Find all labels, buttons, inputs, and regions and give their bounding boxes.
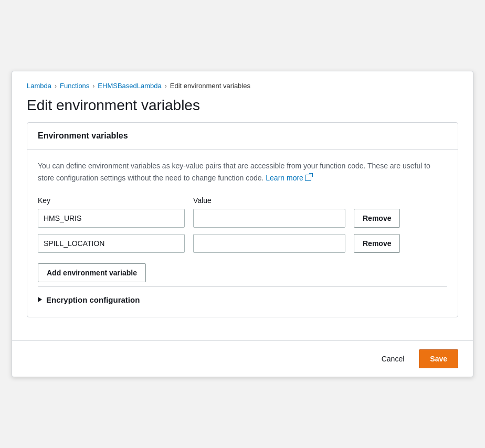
encryption-title: Encryption configuration xyxy=(46,295,140,304)
breadcrumb-functions[interactable]: Functions xyxy=(60,82,89,90)
external-link-icon xyxy=(305,175,311,181)
breadcrumb: Lambda › Functions › EHMSBasedLambda › E… xyxy=(27,82,458,90)
key-column-label: Key xyxy=(38,196,185,205)
key-input-2[interactable] xyxy=(38,234,185,253)
add-env-var-button[interactable]: Add environment variable xyxy=(38,263,146,282)
section-title: Environment variables xyxy=(38,131,447,141)
breadcrumb-lambda[interactable]: Lambda xyxy=(27,82,51,90)
env-var-row-1: Remove xyxy=(38,209,447,228)
encryption-toggle[interactable]: Encryption configuration xyxy=(38,295,447,304)
triangle-icon xyxy=(38,297,42,302)
modal-header: Lambda › Functions › EHMSBasedLambda › E… xyxy=(12,71,473,122)
page-title: Edit environment variables xyxy=(27,97,458,114)
save-button[interactable]: Save xyxy=(419,349,458,368)
column-labels: Key Value xyxy=(38,196,447,205)
learn-more-link[interactable]: Learn more xyxy=(266,172,311,184)
env-var-row-2: Remove xyxy=(38,234,447,253)
modal-overlay: Lambda › Functions › EHMSBasedLambda › E… xyxy=(0,0,485,448)
breadcrumb-current: Edit environment variables xyxy=(170,82,250,90)
breadcrumb-ehms[interactable]: EHMSBasedLambda xyxy=(98,82,161,90)
remove-button-2[interactable]: Remove xyxy=(354,234,400,253)
value-input-2[interactable] xyxy=(193,234,345,253)
cancel-button[interactable]: Cancel xyxy=(373,350,413,367)
modal-footer: Cancel Save xyxy=(12,340,473,377)
encryption-section: Encryption configuration xyxy=(38,286,447,304)
breadcrumb-sep-1: › xyxy=(55,82,57,90)
section-body: You can define environment variables as … xyxy=(27,150,458,317)
breadcrumb-sep-2: › xyxy=(92,82,94,90)
modal: Lambda › Functions › EHMSBasedLambda › E… xyxy=(12,71,473,377)
modal-content: Environment variables You can define env… xyxy=(12,122,473,340)
key-input-1[interactable] xyxy=(38,209,185,228)
section-card: Environment variables You can define env… xyxy=(27,122,458,317)
breadcrumb-sep-3: › xyxy=(165,82,167,90)
value-input-1[interactable] xyxy=(193,209,345,228)
remove-button-1[interactable]: Remove xyxy=(354,209,400,228)
description-text: You can define environment variables as … xyxy=(38,160,447,184)
value-column-label: Value xyxy=(193,196,345,205)
section-header: Environment variables xyxy=(27,123,458,150)
